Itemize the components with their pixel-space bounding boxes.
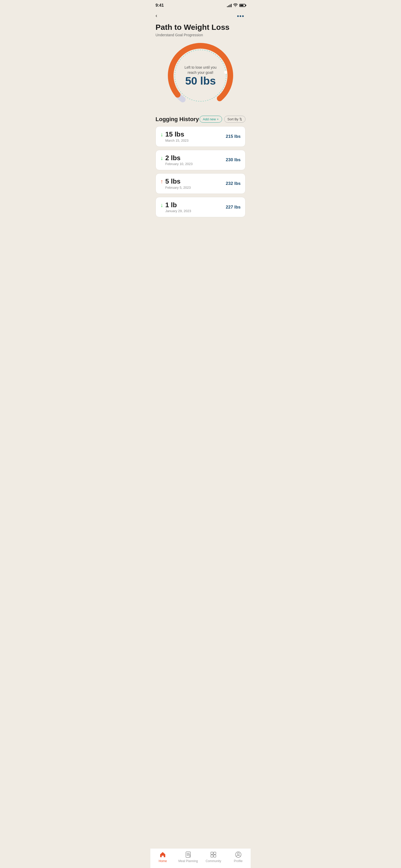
logging-actions: Add new + Sort By ⇅: [199, 116, 245, 123]
log-entry-3[interactable]: ↓ 1 lb January 29, 2023 227 lbs: [156, 197, 245, 218]
nav-item-profile[interactable]: Profile: [229, 851, 248, 863]
log-arrow: ↑: [160, 178, 163, 185]
nav-item-community[interactable]: Community: [204, 851, 223, 863]
navigation-header: ‹ •••: [150, 10, 251, 22]
log-change: 1 lb: [165, 201, 191, 209]
log-info: 15 lbs March 15, 2023: [165, 131, 188, 143]
back-button[interactable]: ‹: [156, 12, 159, 19]
svg-rect-13: [214, 855, 216, 857]
log-entry-2[interactable]: ↑ 5 lbs February 5, 2023 232 lbs: [156, 173, 245, 194]
log-date: March 15, 2023: [165, 138, 188, 143]
gauge-value: 50 lbs: [185, 75, 217, 87]
log-left: ↓ 2 lbs February 10, 2023: [160, 154, 192, 166]
svg-rect-11: [214, 852, 216, 855]
log-info: 2 lbs February 10, 2023: [165, 154, 192, 166]
log-info: 1 lb January 29, 2023: [165, 201, 191, 213]
gauge-container: Left to lose until youreach your goal! 5…: [167, 42, 234, 109]
nav-label-meal-planning: Meal Planning: [178, 859, 198, 863]
svg-rect-8: [187, 855, 189, 856]
page-subtitle: Understand Goal Progression: [156, 33, 245, 37]
svg-rect-9: [189, 855, 190, 857]
svg-rect-10: [211, 852, 213, 855]
log-total: 230 lbs: [226, 157, 241, 162]
log-arrow: ↓: [160, 155, 163, 161]
log-arrow: ↓: [160, 202, 163, 209]
log-total: 232 lbs: [226, 181, 241, 186]
add-new-button[interactable]: Add new +: [199, 116, 222, 123]
log-total: 227 lbs: [226, 205, 241, 210]
svg-rect-7: [187, 854, 190, 855]
profile-icon: [235, 851, 242, 858]
log-change: 15 lbs: [165, 131, 188, 138]
sort-by-button[interactable]: Sort By ⇅: [224, 116, 245, 123]
svg-point-0: [235, 6, 236, 7]
more-options-button[interactable]: •••: [236, 12, 245, 21]
logging-title: Logging History: [156, 116, 199, 123]
log-total: 215 lbs: [226, 134, 241, 139]
svg-point-4: [224, 71, 227, 74]
meal-planning-icon: [185, 851, 192, 858]
bottom-navigation: Home Meal Planning Community: [150, 848, 251, 868]
status-bar: 9:41: [150, 0, 251, 10]
nav-label-profile: Profile: [234, 859, 243, 863]
nav-item-home[interactable]: Home: [153, 851, 172, 863]
log-entry-1[interactable]: ↓ 2 lbs February 10, 2023 230 lbs: [156, 150, 245, 170]
log-date: February 10, 2023: [165, 162, 192, 166]
gauge-label: Left to lose until youreach your goal!: [185, 65, 217, 75]
svg-point-15: [237, 853, 239, 855]
nav-label-home: Home: [159, 859, 167, 863]
signal-icon: [227, 4, 232, 7]
log-change: 5 lbs: [165, 178, 191, 185]
log-entry-0[interactable]: ↓ 15 lbs March 15, 2023 215 lbs: [156, 126, 245, 147]
page-title: Path to Weight Loss: [156, 23, 245, 32]
nav-item-meal-planning[interactable]: Meal Planning: [178, 851, 198, 863]
log-entries-container: ↓ 15 lbs March 15, 2023 215 lbs ↓ 2 lbs …: [156, 126, 245, 217]
nav-label-community: Community: [206, 859, 221, 863]
gauge-section: Left to lose until youreach your goal! 5…: [150, 37, 251, 112]
log-left: ↑ 5 lbs February 5, 2023: [160, 178, 191, 189]
battery-icon: [239, 4, 245, 7]
log-left: ↓ 1 lb January 29, 2023: [160, 201, 191, 213]
log-date: February 5, 2023: [165, 186, 191, 189]
title-section: Path to Weight Loss Understand Goal Prog…: [150, 22, 251, 37]
wifi-icon: [233, 3, 238, 8]
logging-header: Logging History Add new + Sort By ⇅: [156, 116, 245, 123]
log-arrow: ↓: [160, 131, 163, 138]
status-time: 9:41: [156, 3, 164, 8]
home-icon: [159, 851, 166, 858]
log-info: 5 lbs February 5, 2023: [165, 178, 191, 189]
status-icons: [227, 3, 245, 8]
logging-section: Logging History Add new + Sort By ⇅ ↓ 15…: [150, 112, 251, 217]
community-icon: [210, 851, 217, 858]
log-change: 2 lbs: [165, 154, 192, 162]
log-left: ↓ 15 lbs March 15, 2023: [160, 131, 188, 143]
svg-rect-6: [187, 853, 190, 854]
gauge-text: Left to lose until youreach your goal! 5…: [185, 65, 217, 87]
log-date: January 29, 2023: [165, 209, 191, 213]
svg-rect-12: [211, 855, 213, 857]
